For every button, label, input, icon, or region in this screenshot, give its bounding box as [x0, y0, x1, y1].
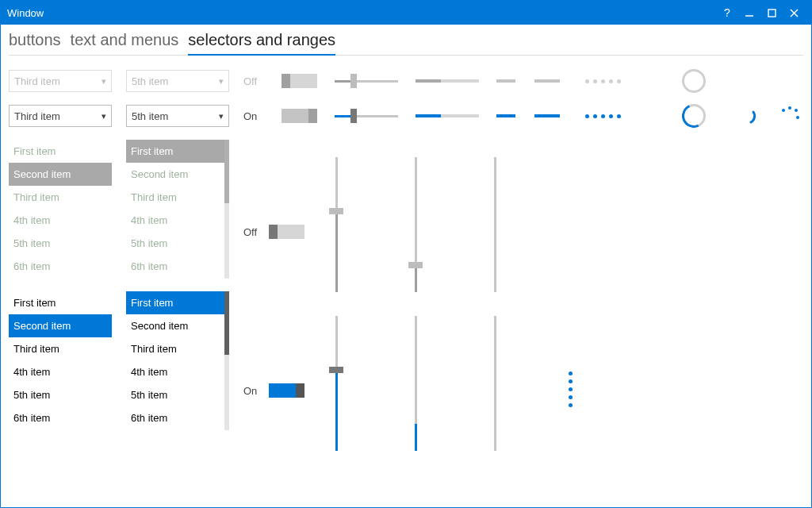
- vslider-disabled-b: [408, 157, 423, 292]
- titlebar: Window ?: [1, 1, 811, 25]
- progress-ring-disabled: [682, 69, 706, 93]
- toggle-on-grey: [282, 109, 317, 123]
- list-item: Third item: [9, 186, 112, 209]
- progress-disabled: [416, 79, 479, 83]
- disabled-row: Off: [243, 70, 803, 92]
- dot-ring-loader: [780, 106, 799, 125]
- progress-ring: [682, 104, 706, 128]
- chevron-down-icon: ▾: [219, 111, 224, 121]
- hslider-disabled: [335, 73, 398, 89]
- window-title: Window: [7, 7, 716, 19]
- window: Window ? buttons text and menus selector…: [0, 0, 812, 508]
- progress-ring-small: [739, 107, 756, 125]
- progress: [416, 114, 479, 117]
- vslider-disabled-a: [328, 157, 344, 292]
- combo-a-disabled: Third item ▾: [9, 70, 112, 92]
- combo-b[interactable]: 5th item ▾: [126, 105, 229, 127]
- toggle-off[interactable]: [269, 225, 304, 239]
- list-item[interactable]: Third item: [126, 337, 229, 360]
- list-item: First item: [9, 140, 112, 163]
- enabled-row: On: [243, 105, 803, 127]
- svg-rect-1: [768, 10, 776, 17]
- combo-a-disabled-value: Third item: [14, 75, 60, 87]
- list-item[interactable]: First item: [9, 291, 112, 314]
- list-item[interactable]: 5th item: [9, 383, 112, 406]
- list-item: 4th item: [9, 209, 112, 232]
- list-item: Second item: [126, 163, 229, 186]
- maximize-button[interactable]: [760, 1, 783, 25]
- vrange-disabled: [487, 157, 503, 292]
- tab-buttons[interactable]: buttons: [9, 28, 61, 55]
- tab-text-and-menus[interactable]: text and menus: [71, 28, 179, 55]
- hslider[interactable]: [335, 108, 398, 124]
- list-item: 6th item: [126, 255, 229, 278]
- list-item[interactable]: 6th item: [9, 406, 112, 429]
- close-button[interactable]: [783, 1, 805, 25]
- list-item[interactable]: Third item: [9, 337, 112, 360]
- listbox-a[interactable]: First item Second item Third item 4th it…: [9, 291, 112, 430]
- list-item: Second item: [9, 163, 112, 186]
- vdots-loader: [566, 371, 574, 451]
- listbox-a-disabled: First item Second item Third item 4th it…: [9, 140, 112, 279]
- list-item[interactable]: 5th item: [126, 383, 229, 406]
- toggle-off-label-2: Off: [243, 226, 264, 238]
- minimize-button[interactable]: [738, 1, 760, 25]
- list-item: Third item: [126, 186, 229, 209]
- vrange[interactable]: [487, 316, 503, 451]
- dots-loader-disabled: [585, 75, 641, 87]
- toggle-on-label: On: [243, 110, 264, 122]
- list-item: 4th item: [126, 209, 229, 232]
- combo-b-disabled: 5th item ▾: [126, 70, 229, 92]
- combo-b-disabled-value: 5th item: [132, 75, 168, 87]
- listbox-b-disabled: First item Second item Third item 4th it…: [126, 140, 229, 279]
- chevron-down-icon: ▾: [102, 111, 106, 121]
- progress-indeterminate-disabled: [496, 79, 560, 83]
- list-item[interactable]: Second item: [126, 314, 229, 337]
- tab-bar: buttons text and menus selectors and ran…: [9, 28, 803, 56]
- list-item[interactable]: First item: [126, 291, 229, 314]
- combo-b-value: 5th item: [132, 110, 168, 122]
- list-item: 5th item: [9, 232, 112, 255]
- vslider-a[interactable]: [328, 316, 344, 451]
- progress-indeterminate: [496, 114, 560, 117]
- list-item[interactable]: 6th item: [126, 406, 229, 429]
- vslider-b[interactable]: [408, 316, 423, 451]
- toggle-disabled: [282, 74, 317, 88]
- list-item[interactable]: 4th item: [9, 360, 112, 383]
- chevron-down-icon: ▾: [219, 76, 224, 87]
- combo-a-value: Third item: [14, 110, 60, 122]
- toggle-off-label: Off: [243, 75, 264, 87]
- content-area: buttons text and menus selectors and ran…: [1, 25, 811, 507]
- dots-loader: [585, 110, 641, 122]
- list-item: First item: [126, 140, 229, 163]
- help-button[interactable]: ?: [716, 1, 738, 25]
- toggle-on-label-2: On: [243, 385, 264, 397]
- chevron-down-icon: ▾: [102, 76, 106, 87]
- controls-panel: Third item ▾ Third item ▾ First item Sec…: [9, 70, 803, 451]
- combo-a[interactable]: Third item ▾: [9, 105, 112, 127]
- list-item: 5th item: [126, 232, 229, 255]
- list-item[interactable]: Second item: [9, 314, 112, 337]
- toggle-on[interactable]: [269, 383, 304, 398]
- list-item[interactable]: 4th item: [126, 360, 229, 383]
- scrollbar[interactable]: [224, 291, 229, 430]
- scrollbar: [224, 140, 229, 279]
- tab-selectors-and-ranges[interactable]: selectors and ranges: [188, 28, 335, 56]
- list-item: 6th item: [9, 255, 112, 278]
- listbox-b[interactable]: First item Second item Third item 4th it…: [126, 291, 229, 430]
